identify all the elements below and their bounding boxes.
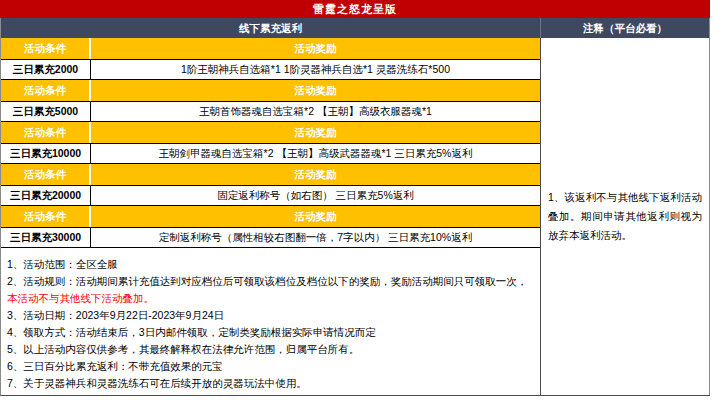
tier-header-row: 活动条件 活动奖励 (1, 80, 540, 101)
tier-header-row: 活动条件 活动奖励 (1, 206, 540, 227)
reward-column-header: 活动奖励 (91, 206, 540, 227)
tier-row-5000: 三日累充5000 王朝首饰器魂自选宝箱*2 【王朝】高级衣服器魂*1 (1, 101, 540, 122)
note-line-2: 2、活动规则：活动期间累计充值达到对应档位后可领取该档位及档位以下的奖励，奖励活… (7, 273, 534, 307)
tier-condition-cell: 三日累充10000 (1, 144, 91, 163)
tier-header-row: 活动条件 活动奖励 (1, 122, 540, 143)
condition-column-header: 活动条件 (1, 80, 91, 101)
tier-reward-cell: 定制返利称号（属性相较右图翻一倍，7字以内） 三日累充10%返利 (91, 228, 540, 247)
sheet-body: 线下累充返利 活动条件 活动奖励 三日累充2000 1阶王朝神兵自选箱*1 1阶… (0, 18, 710, 396)
tier-row-10000: 三日累充10000 王朝剑甲器魂自选宝箱*2 【王朝】高级武器器魂*1 三日累充… (1, 143, 540, 164)
reward-column-header: 活动奖励 (91, 38, 540, 59)
condition-column-header: 活动条件 (1, 38, 91, 59)
annotation-note: 1、该返利不与其他线下返利活动叠加。期间申请其他返利则视为放弃本返利活动。 (548, 188, 702, 245)
condition-column-header: 活动条件 (1, 164, 91, 185)
note-highlight-text: 本活动不与其他线下活动叠加。 (7, 292, 154, 304)
note-text: 2、活动规则：活动期间累计充值达到对应档位后可领取该档位及档位以下的奖励，奖励活… (7, 275, 527, 287)
note-text: 6、三日百分比累充返利：不带充值效果的元宝 (7, 360, 223, 372)
note-text: 3、活动日期：2023年9月22日-2023年9月24日 (7, 309, 224, 321)
tier-table: 活动条件 活动奖励 三日累充2000 1阶王朝神兵自选箱*1 1阶灵器神兵自选*… (1, 38, 540, 248)
condition-column-header: 活动条件 (1, 122, 91, 143)
recharge-rebate-sheet: 雷霆之怒龙呈版 线下累充返利 活动条件 活动奖励 三日累充2000 1阶王朝神兵… (0, 0, 710, 396)
note-text: 7、关于灵器神兵和灵器洗练石可在后续开放的灵器玩法中使用。 (7, 377, 307, 389)
annotation-section-header: 注释（平台必看） (540, 18, 709, 38)
tier-row-2000: 三日累充2000 1阶王朝神兵自选箱*1 1阶灵器神兵自选*1 灵器洗练石*50… (1, 59, 540, 80)
note-line-3: 3、活动日期：2023年9月22日-2023年9月24日 (7, 307, 534, 324)
tier-condition-cell: 三日累充30000 (1, 228, 91, 247)
note-text: 1、活动范围：全区全服 (7, 258, 118, 270)
tier-reward-cell: 固定返利称号（如右图） 三日累充5%返利 (91, 186, 540, 205)
reward-column-header: 活动奖励 (91, 164, 540, 185)
annotation-section: 注释（平台必看） 1、该返利不与其他线下返利活动叠加。期间申请其他返利则视为放弃… (541, 18, 710, 395)
note-text: 5、以上活动内容仅供参考，其最终解释权在法律允许范围，归属平台所有。 (7, 343, 359, 355)
tier-header-row: 活动条件 活动奖励 (1, 164, 540, 185)
tier-row-30000: 三日累充30000 定制返利称号（属性相较右图翻一倍，7字以内） 三日累充10%… (1, 227, 540, 248)
rules-notes-section: 1、活动范围：全区全服 2、活动规则：活动期间累计充值达到对应档位后可领取该档位… (1, 248, 540, 395)
tier-row-20000: 三日累充20000 固定返利称号（如右图） 三日累充5%返利 (1, 185, 540, 206)
rebate-section-header: 线下累充返利 (1, 18, 540, 38)
reward-column-header: 活动奖励 (91, 122, 540, 143)
tier-condition-cell: 三日累充2000 (1, 60, 91, 79)
tier-reward-cell: 王朝首饰器魂自选宝箱*2 【王朝】高级衣服器魂*1 (91, 102, 540, 121)
condition-column-header: 活动条件 (1, 206, 91, 227)
note-line-5: 5、以上活动内容仅供参考，其最终解释权在法律允许范围，归属平台所有。 (7, 341, 534, 358)
reward-column-header: 活动奖励 (91, 80, 540, 101)
tier-condition-cell: 三日累充20000 (1, 186, 91, 205)
note-line-7: 7、关于灵器神兵和灵器洗练石可在后续开放的灵器玩法中使用。 (7, 375, 534, 392)
tier-condition-cell: 三日累充5000 (1, 102, 91, 121)
tier-reward-cell: 1阶王朝神兵自选箱*1 1阶灵器神兵自选*1 灵器洗练石*500 (91, 60, 540, 79)
note-line-4: 4、领取方式：活动结束后，3日内邮件领取，定制类奖励根据实际申请情况而定 (7, 324, 534, 341)
note-text: 4、领取方式：活动结束后，3日内邮件领取，定制类奖励根据实际申请情况而定 (7, 326, 376, 338)
rebate-table-section: 线下累充返利 活动条件 活动奖励 三日累充2000 1阶王朝神兵自选箱*1 1阶… (1, 18, 541, 395)
game-version-title: 雷霆之怒龙呈版 (0, 0, 710, 18)
tier-header-row: 活动条件 活动奖励 (1, 38, 540, 59)
note-line-1: 1、活动范围：全区全服 (7, 256, 534, 273)
tier-reward-cell: 王朝剑甲器魂自选宝箱*2 【王朝】高级武器器魂*1 三日累充5%返利 (91, 144, 540, 163)
note-line-6: 6、三日百分比累充返利：不带充值效果的元宝 (7, 358, 534, 375)
